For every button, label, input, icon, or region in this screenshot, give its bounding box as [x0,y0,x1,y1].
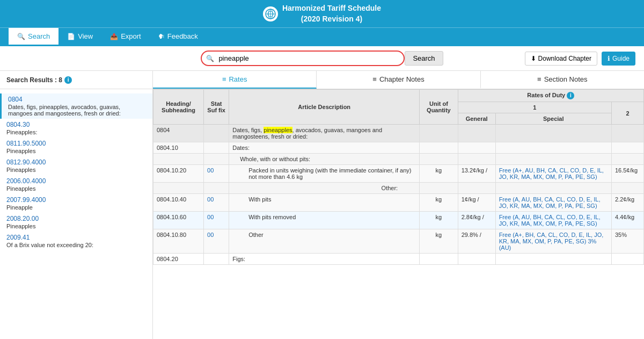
col-article: Article Description [229,90,420,125]
cell-heading: 0804 [153,125,204,142]
stat-link[interactable]: 00 [207,232,214,238]
search-input-wrap: 🔍 [201,51,405,66]
sidebar-desc-2006-00-4000: Pineapples [6,185,146,192]
sidebar-item-0804[interactable]: 0804 Dates, figs, pineapples, avocados, … [0,93,152,119]
guide-button[interactable]: ℹ Guide [602,52,635,66]
sidebar-code-0804[interactable]: 0804 [8,96,146,103]
cell-col2: 16.5¢/kg [611,165,643,183]
sidebar-item-2008-20-00[interactable]: 2008.20.00 Pineapples [0,213,152,232]
cell-special [495,183,611,194]
stat-link[interactable]: 00 [207,167,214,174]
nav-tab-view[interactable]: 📄 View [58,28,101,46]
cell-col2: 35% [611,229,643,254]
sidebar: 0804 Dates, figs, pineapples, avocados, … [0,89,153,339]
cell-stat: 00 [204,165,229,183]
sidebar-item-2009-41[interactable]: 2009.41 Of a Brix value not exceeding 20… [0,232,152,250]
cell-article: Whole, with or without pits: [229,154,420,165]
cell-stat [204,183,229,194]
cell-unit [420,142,458,154]
sidebar-code-2008-20-00[interactable]: 2008.20.00 [6,215,146,222]
search-nav-icon: 🔍 [17,33,25,40]
download-chapter-button[interactable]: ⬇ Download Chapter [525,52,597,66]
sidebar-code-0811-90-5000[interactable]: 0811.90.5000 [6,140,146,147]
sidebar-desc-2007-99-4000: Pineapple [6,204,146,211]
section-notes-tab-icon: ≡ [537,75,541,83]
cell-unit: kg [420,229,458,254]
sidebar-item-0804-30[interactable]: 0804.30 Pineapples: [0,119,152,138]
nav-tab-search[interactable]: 🔍 Search [9,28,58,46]
rates-table: Heading/ Subheading Stat Suf fix Article… [153,89,644,265]
sidebar-desc-0804: Dates, figs, pineapples, avocados, guava… [8,104,146,117]
search-icon: 🔍 [206,55,214,62]
sidebar-code-2009-41[interactable]: 2009.41 [6,234,146,241]
rates-info-icon[interactable]: i [567,92,574,99]
nav-tab-view-label: View [78,32,93,40]
sidebar-item-0812-90-4000[interactable]: 0812.90.4000 Pineapples [0,156,152,175]
cell-special [495,254,611,265]
cell-heading: 0804.10.40 [153,194,204,212]
cell-stat: 00 [204,212,229,229]
table-area[interactable]: Heading/ Subheading Stat Suf fix Article… [153,89,644,339]
cell-article: Dates, figs, pineapples, avocados, guava… [229,125,420,142]
cell-article: Other [229,229,420,254]
sidebar-item-0811-90-5000[interactable]: 0811.90.5000 Pineapples [0,138,152,156]
main-content: 0804 Dates, figs, pineapples, avocados, … [0,89,644,339]
export-nav-icon: 📤 [110,33,118,40]
cell-general: 1¢/kg / [458,194,495,212]
nav-tab-feedback-label: Feedback [167,32,198,40]
nav-tab-feedback[interactable]: 🗣 Feedback [150,28,207,46]
sidebar-desc-2009-41: Of a Brix value not exceeding 20: [6,242,146,248]
sidebar-code-2006-00-4000[interactable]: 2006.00.4000 [6,177,146,185]
col-special: Special [495,113,611,125]
search-input[interactable] [216,53,399,64]
app-logo [263,6,278,21]
stat-link[interactable]: 00 [207,196,214,203]
chapter-notes-tab-label: Chapter Notes [379,75,425,83]
cell-col2 [611,183,643,194]
cell-stat [204,154,229,165]
col-rates-1: 1 [458,102,611,113]
cell-heading: 0804.10 [153,142,204,154]
cell-unit [420,154,458,165]
cell-special [495,125,611,142]
table-row: Whole, with or without pits: [153,154,644,165]
cell-heading: 0804.10.60 [153,212,204,229]
table-row: 0804 Dates, figs, pineapples, avocados, … [153,125,644,142]
sidebar-item-2007-99-4000[interactable]: 2007.99.4000 Pineapple [0,194,152,213]
cell-article: Packed in units weighing (with the immed… [229,165,420,183]
nav-tab-export-label: Export [121,32,141,40]
tab-section-notes[interactable]: ≡ Section Notes [481,71,644,89]
cell-col2 [611,142,643,154]
tab-rates[interactable]: ≡ Rates [153,71,317,89]
cell-general [458,254,495,265]
tab-chapter-notes[interactable]: ≡ Chapter Notes [317,71,480,89]
sidebar-desc-0811-90-5000: Pineapples [6,148,146,154]
sidebar-code-0804-30[interactable]: 0804.30 [6,121,146,128]
cell-article: With pits removed [229,212,420,229]
search-results-label: Search Results : 8 [6,76,62,84]
section-notes-tab-label: Section Notes [544,75,588,83]
cell-special: Free (A+, BH, CA, CL, CO, D, E, IL, JO, … [495,229,611,254]
cell-heading [153,183,204,194]
stat-link[interactable]: 00 [207,214,214,220]
cell-general [458,125,495,142]
cell-general [458,183,495,194]
sidebar-code-0812-90-4000[interactable]: 0812.90.4000 [6,158,146,166]
table-row: 0804.10 Dates: [153,142,644,154]
cell-special [495,142,611,154]
sidebar-code-2007-99-4000[interactable]: 2007.99.4000 [6,196,146,204]
cell-special [495,154,611,165]
search-results-info-icon[interactable]: i [64,76,72,84]
cell-col2 [611,254,643,265]
table-row: 0804.20 Figs: [153,254,644,265]
nav-bar: 🔍 Search 📄 View 📤 Export 🗣 Feedback [0,27,644,46]
search-button[interactable]: Search [405,51,443,66]
cell-unit [420,183,458,194]
sidebar-item-2006-00-4000[interactable]: 2006.00.4000 Pineapples [0,175,152,194]
top-header: Harmonized Tariff Schedule (2020 Revisio… [0,0,644,27]
info-icon: ℹ [608,55,610,62]
nav-tab-export[interactable]: 📤 Export [101,28,150,46]
col-stat: Stat Suf fix [204,90,229,125]
cell-general [458,142,495,154]
chapter-notes-tab-icon: ≡ [372,75,377,83]
